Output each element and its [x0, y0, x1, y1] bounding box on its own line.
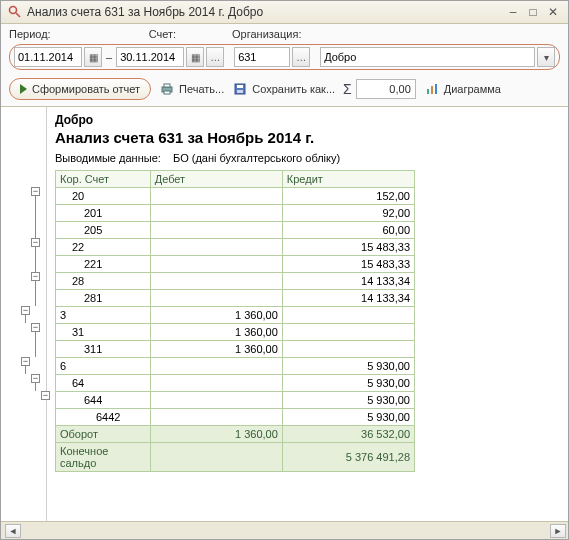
save-as-button[interactable]: Сохранить как...: [232, 81, 335, 97]
organization-input[interactable]: [320, 47, 535, 67]
cell-debit: [150, 188, 282, 205]
cell-debit: 1 360,00: [150, 307, 282, 324]
tree-toggle[interactable]: −: [31, 374, 40, 383]
cell-credit: [282, 324, 414, 341]
tree-toggle[interactable]: −: [21, 357, 30, 366]
cell-credit: 92,00: [282, 205, 414, 222]
toolbar: Сформировать отчет Печать... Сохранить к…: [1, 74, 568, 107]
table-row[interactable]: 2814 133,34: [56, 273, 415, 290]
cell-credit: 152,00: [282, 188, 414, 205]
report-org: Добро: [55, 113, 560, 127]
cell-account: 281: [56, 290, 151, 307]
cell-account: 64: [56, 375, 151, 392]
cell-debit: [150, 409, 282, 426]
date-from-picker-icon[interactable]: ▦: [84, 47, 102, 67]
maximize-button[interactable]: □: [524, 4, 542, 20]
org-dropdown-icon[interactable]: ▾: [537, 47, 555, 67]
cell-debit: [150, 273, 282, 290]
col-debit: Дебет: [150, 171, 282, 188]
date-to-picker-icon[interactable]: ▦: [186, 47, 204, 67]
period-dots-icon[interactable]: …: [206, 47, 224, 67]
tree-line: [35, 196, 36, 238]
tree-gutter: − − − − − − − −: [1, 107, 47, 521]
svg-rect-3: [164, 84, 170, 87]
table-row[interactable]: 6445 930,00: [56, 392, 415, 409]
chart-button[interactable]: Диаграмма: [424, 81, 501, 97]
cell-debit: 1 360,00: [150, 324, 282, 341]
table-row[interactable]: 22115 483,33: [56, 256, 415, 273]
table-row[interactable]: 65 930,00: [56, 358, 415, 375]
table-row[interactable]: 31 360,00: [56, 307, 415, 324]
table-row[interactable]: 311 360,00: [56, 324, 415, 341]
save-icon: [232, 81, 248, 97]
report-area: − − − − − − − − Добро Анализ счета 631 з…: [1, 107, 568, 521]
sum-group: Σ 0,00: [343, 79, 416, 99]
account-label: Счет:: [149, 28, 176, 40]
cell-credit: 15 483,33: [282, 256, 414, 273]
tree-line: [35, 247, 36, 272]
date-to-input[interactable]: [116, 47, 184, 67]
app-icon: [7, 4, 23, 20]
table-row[interactable]: 20152,00: [56, 188, 415, 205]
table-total-row: Конечное сальдо5 376 491,28: [56, 443, 415, 472]
print-label: Печать...: [179, 83, 224, 95]
date-from-input[interactable]: [14, 47, 82, 67]
cell-account: 6442: [56, 409, 151, 426]
sum-value: 0,00: [356, 79, 416, 99]
chart-label: Диаграмма: [444, 83, 501, 95]
cell-account: 205: [56, 222, 151, 239]
tree-toggle[interactable]: −: [31, 323, 40, 332]
scroll-left-icon[interactable]: ◄: [5, 524, 21, 538]
print-button[interactable]: Печать...: [159, 81, 224, 97]
svg-rect-6: [237, 85, 243, 88]
tree-toggle[interactable]: −: [21, 306, 30, 315]
table-row[interactable]: 3111 360,00: [56, 341, 415, 358]
filter-inputs: ▦ – ▦ … … ▾: [1, 44, 568, 74]
account-dots-icon[interactable]: …: [292, 47, 310, 67]
cell-credit: 14 133,34: [282, 273, 414, 290]
svg-point-0: [10, 7, 17, 14]
cell-account: 644: [56, 392, 151, 409]
horizontal-scrollbar[interactable]: ◄ ►: [1, 521, 568, 539]
report-subtitle: Выводимые данные: БО (дані бухгалтерсько…: [55, 152, 560, 164]
table-row[interactable]: 645 930,00: [56, 375, 415, 392]
account-input[interactable]: [234, 47, 290, 67]
cell-total-credit: 5 376 491,28: [282, 443, 414, 472]
cell-credit: [282, 307, 414, 324]
table-header-row: Кор. Счет Дебет Кредит: [56, 171, 415, 188]
cell-total-label: Оборот: [56, 426, 151, 443]
tree-toggle[interactable]: −: [41, 391, 50, 400]
org-label: Организация:: [232, 28, 301, 40]
table-row[interactable]: 2215 483,33: [56, 239, 415, 256]
tree-line: [35, 383, 36, 391]
chart-icon: [424, 81, 440, 97]
cell-account: 20: [56, 188, 151, 205]
form-report-button[interactable]: Сформировать отчет: [9, 78, 151, 100]
close-button[interactable]: ✕: [544, 4, 562, 20]
cell-credit: 15 483,33: [282, 239, 414, 256]
titlebar: Анализ счета 631 за Ноябрь 2014 г. Добро…: [1, 1, 568, 24]
minimize-button[interactable]: –: [504, 4, 522, 20]
table-row[interactable]: 20560,00: [56, 222, 415, 239]
svg-rect-8: [427, 89, 429, 94]
table-row[interactable]: 28114 133,34: [56, 290, 415, 307]
cell-total-credit: 36 532,00: [282, 426, 414, 443]
filter-group: ▦ – ▦ … … ▾: [9, 44, 560, 70]
printer-icon: [159, 81, 175, 97]
scroll-right-icon[interactable]: ►: [550, 524, 566, 538]
cell-debit: [150, 222, 282, 239]
period-label: Период:: [9, 28, 51, 40]
table-row[interactable]: 64425 930,00: [56, 409, 415, 426]
tree-line: [35, 332, 36, 357]
cell-credit: 5 930,00: [282, 409, 414, 426]
cell-debit: [150, 358, 282, 375]
tree-line: [25, 366, 26, 374]
cell-debit: [150, 256, 282, 273]
cell-debit: [150, 239, 282, 256]
table-row[interactable]: 20192,00: [56, 205, 415, 222]
tree-toggle[interactable]: −: [31, 187, 40, 196]
window-title: Анализ счета 631 за Ноябрь 2014 г. Добро: [27, 5, 502, 19]
tree-toggle[interactable]: −: [31, 238, 40, 247]
tree-toggle[interactable]: −: [31, 272, 40, 281]
report-body: Добро Анализ счета 631 за Ноябрь 2014 г.…: [47, 107, 568, 521]
